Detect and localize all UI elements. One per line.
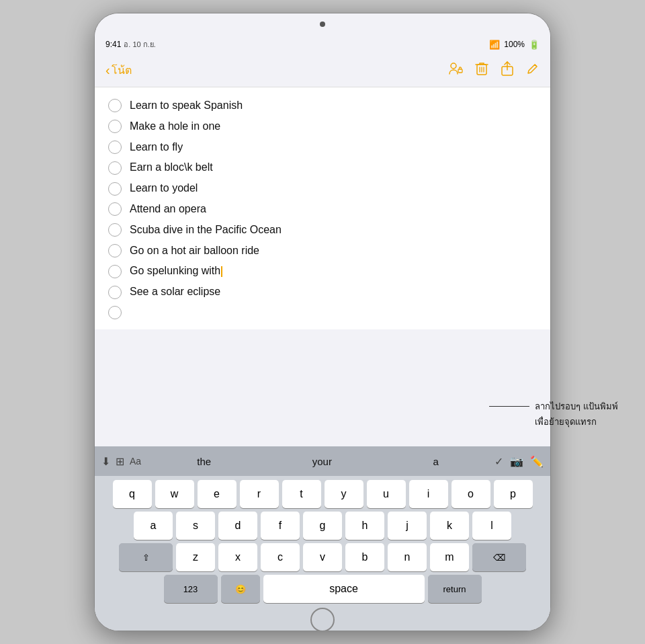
checklist-item-3[interactable]: Learn to fly <box>95 137 550 158</box>
key-t[interactable]: t <box>282 480 321 508</box>
pred-word-1[interactable]: the <box>189 453 219 470</box>
annotation-text-2: เพื่อย้ายจุดแทรก <box>535 415 597 429</box>
checkbox[interactable] <box>108 161 122 175</box>
table-icon[interactable]: ⊞ <box>116 455 124 468</box>
key-s[interactable]: s <box>176 512 215 540</box>
annotation-line-2: เพื่อย้ายจุดแทรก <box>489 415 597 429</box>
text-cursor <box>221 266 222 277</box>
key-v[interactable]: v <box>303 543 342 571</box>
checkbox[interactable] <box>108 182 122 196</box>
checkbox[interactable] <box>108 140 122 154</box>
shared-icon[interactable] <box>448 62 463 79</box>
key-n[interactable]: n <box>388 543 427 571</box>
svg-rect-1 <box>458 69 462 73</box>
key-g[interactable]: g <box>303 512 342 540</box>
back-button[interactable]: ‹ โน้ต <box>105 62 132 79</box>
checklist-item-10[interactable]: See a solar eclipse <box>95 282 550 303</box>
key-w[interactable]: w <box>155 480 194 508</box>
checklist-item-5[interactable]: Learn to yodel <box>95 178 550 199</box>
key-b[interactable]: b <box>345 543 384 571</box>
keyboard-dismiss-icon[interactable]: ⬇︎ <box>101 455 110 468</box>
camera-icon[interactable]: 📷 <box>510 455 523 468</box>
return-key[interactable]: return <box>428 575 482 603</box>
device-top-bar <box>95 13 550 35</box>
key-a[interactable]: a <box>134 512 173 540</box>
ipad-device: 9:41 อ. 10 ก.ย. 📶 100% 🔋 ‹ โน้ต <box>94 13 551 631</box>
checkbox[interactable] <box>108 286 122 299</box>
space-key[interactable]: space <box>263 575 425 603</box>
predictive-bar: ⬇︎ ⊞ Aa the your a ✓ 📷 ✏️ <box>95 446 550 476</box>
keyboard[interactable]: qwertyuiopasdfghjkl⇧zxcvbnm⌫123😊spaceret… <box>95 476 550 609</box>
checklist-item-8[interactable]: Go on a hot air balloon ride <box>95 241 550 261</box>
delete-key[interactable]: ⌫ <box>472 543 526 571</box>
annotation-text-1: ลากไปรอบๆ แป้นพิมพ์ <box>535 399 618 413</box>
key-j[interactable]: j <box>388 512 427 540</box>
key-i[interactable]: i <box>409 480 448 508</box>
key-row-bottom: 123😊spacereturn <box>97 575 548 603</box>
item-text: Go spelunking with <box>130 264 222 278</box>
pred-word-3[interactable]: a <box>425 453 446 470</box>
key-z[interactable]: z <box>176 543 215 571</box>
key-d[interactable]: d <box>218 512 257 540</box>
item-text: See a solar eclipse <box>130 285 220 299</box>
key-p[interactable]: p <box>494 480 533 508</box>
pencil-icon[interactable]: ✏️ <box>530 455 544 468</box>
status-bar: 9:41 อ. 10 ก.ย. 📶 100% 🔋 <box>95 35 550 54</box>
checkbox[interactable] <box>108 265 122 278</box>
item-text: Learn to fly <box>130 140 183 155</box>
battery-icon: 🔋 <box>529 40 540 50</box>
battery-text: 100% <box>504 40 525 49</box>
key-o[interactable]: o <box>452 480 490 508</box>
key-y[interactable]: y <box>325 480 363 508</box>
checklist-item-7[interactable]: Scuba dive in the Pacific Ocean <box>95 220 550 241</box>
predictive-words: the your a <box>146 453 489 470</box>
key-u[interactable]: u <box>367 480 406 508</box>
status-left: 9:41 อ. 10 ก.ย. <box>105 38 156 50</box>
item-text: Go on a hot air balloon ride <box>130 244 259 258</box>
checkbox[interactable] <box>108 244 122 257</box>
item-text: Learn to speak Spanish <box>130 99 243 113</box>
key-q[interactable]: q <box>113 480 152 508</box>
status-date: อ. 10 ก.ย. <box>124 38 156 50</box>
checklist-item-6[interactable]: Attend an opera <box>95 199 550 220</box>
pred-right-icons: ✓ 📷 ✏️ <box>494 455 544 468</box>
compose-icon[interactable] <box>526 62 540 79</box>
checklist-item-1[interactable]: Learn to speak Spanish <box>95 95 550 116</box>
checklist-item-9[interactable]: Go spelunking with <box>95 261 550 282</box>
checklist-item-2[interactable]: Make a hole in one <box>95 116 550 137</box>
home-bar <box>95 609 550 631</box>
numbers-key[interactable]: 123 <box>164 575 218 603</box>
key-f[interactable]: f <box>261 512 300 540</box>
key-c[interactable]: c <box>261 543 300 571</box>
key-e[interactable]: e <box>198 480 236 508</box>
key-row-0: qwertyuiop <box>97 480 548 508</box>
status-right: 📶 100% 🔋 <box>489 40 540 50</box>
key-h[interactable]: h <box>345 512 384 540</box>
share-icon[interactable] <box>501 61 514 79</box>
checklist-item-11[interactable] <box>95 303 550 323</box>
checkmark-icon[interactable]: ✓ <box>494 455 503 468</box>
shift-key[interactable]: ⇧ <box>119 543 173 571</box>
chevron-left-icon: ‹ <box>105 63 110 78</box>
key-l[interactable]: l <box>472 512 511 540</box>
pred-word-2[interactable]: your <box>304 453 340 470</box>
wifi-icon: 📶 <box>489 40 500 50</box>
key-m[interactable]: m <box>430 543 469 571</box>
item-text: Earn a bloc\k belt <box>130 161 213 175</box>
keyboard-area: ⬇︎ ⊞ Aa the your a ✓ 📷 ✏️ qwertyuiopasdf… <box>95 446 550 631</box>
trash-icon[interactable] <box>475 61 488 79</box>
checkbox[interactable] <box>108 306 122 319</box>
key-k[interactable]: k <box>430 512 469 540</box>
key-r[interactable]: r <box>240 480 279 508</box>
home-button[interactable] <box>310 608 335 631</box>
checkbox[interactable] <box>108 99 122 112</box>
checklist-item-4[interactable]: Earn a bloc\k belt <box>95 157 550 178</box>
checkbox[interactable] <box>108 120 122 133</box>
notes-content[interactable]: Learn to speak SpanishMake a hole in one… <box>95 87 550 329</box>
emoji-key[interactable]: 😊 <box>221 575 260 603</box>
nav-bar: ‹ โน้ต <box>95 54 550 87</box>
format-icon[interactable]: Aa <box>130 456 141 467</box>
key-x[interactable]: x <box>218 543 257 571</box>
checkbox[interactable] <box>108 202 122 216</box>
checkbox[interactable] <box>108 223 122 237</box>
